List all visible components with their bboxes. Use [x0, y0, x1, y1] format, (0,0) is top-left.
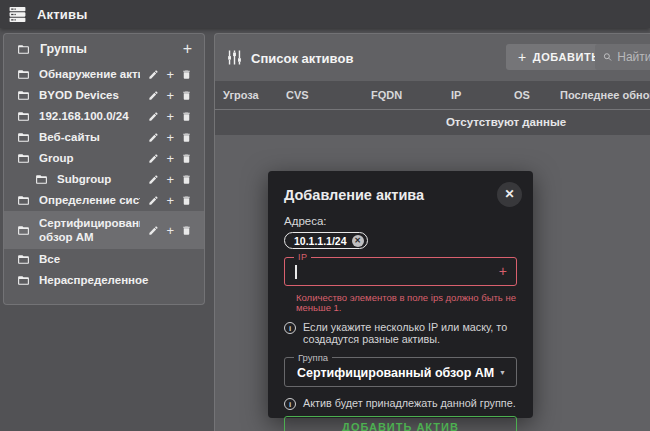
sidebar-item-label: BYOD Devices [39, 88, 140, 102]
add-subgroup-icon[interactable]: + [166, 68, 174, 81]
delete-icon[interactable] [181, 69, 192, 80]
sidebar-item-label: Определение систем [39, 193, 140, 207]
page-title: Активы [37, 7, 88, 22]
sidebar-item-group[interactable]: Group + [4, 148, 204, 169]
delete-icon[interactable] [181, 153, 192, 164]
add-asset-button-label: ДОБАВИТЬ [533, 51, 600, 63]
item-actions: + [148, 131, 192, 144]
item-actions: + [148, 89, 192, 102]
column-cvs[interactable]: CVS [286, 89, 371, 101]
filters-icon [226, 49, 243, 66]
ip-hint: i Если укажите несколько IP или маску, т… [284, 321, 517, 345]
add-subgroup-icon[interactable]: + [166, 173, 174, 186]
addresses-label: Адреса: [284, 215, 517, 228]
info-icon: i [284, 322, 296, 334]
sidebar-item-subnet[interactable]: 192.168.100.0/24 + [4, 106, 204, 127]
assets-app-icon [8, 5, 27, 24]
sidebar-item-label: Сертифицированный обзор АМ [39, 216, 140, 245]
groups-title: Группы [40, 42, 174, 56]
delete-icon[interactable] [181, 90, 192, 101]
close-icon[interactable]: ✕ [497, 182, 522, 207]
delete-icon[interactable] [181, 174, 192, 185]
empty-state-text: Отсутствуют данные [215, 110, 650, 135]
search-input[interactable] [617, 50, 650, 64]
edit-icon[interactable] [148, 90, 159, 101]
topbar: Активы [0, 0, 650, 28]
chip-remove-icon[interactable]: ✕ [352, 235, 364, 247]
table-header-row: Угроза CVS FQDN IP OS Последнее обновлен… [215, 81, 650, 110]
group-hint-text: Актив будет принадлежать данной группе. [303, 397, 516, 409]
folder-open-icon [16, 152, 31, 165]
assets-header: Список активов + ДОБАВИТЬ [215, 34, 650, 81]
item-actions: + [148, 68, 192, 81]
add-subgroup-icon[interactable]: + [166, 110, 174, 123]
sidebar-item-system-detection[interactable]: Определение систем + [4, 190, 204, 211]
delete-icon[interactable] [181, 111, 192, 122]
sidebar-item-websites[interactable]: Веб-сайты + [4, 127, 204, 148]
sidebar-item-subgroup[interactable]: Subgroup + [4, 169, 204, 190]
assets-table: Угроза CVS FQDN IP OS Последнее обновлен… [215, 81, 650, 135]
folder-open-icon [34, 173, 49, 186]
item-actions: + [148, 173, 192, 186]
modal-title: Добавление актива [284, 186, 517, 204]
item-actions: + [148, 194, 192, 207]
column-ip[interactable]: IP [451, 89, 514, 101]
group-hint: i Актив будет принадлежать данной группе… [284, 397, 517, 410]
sidebar-item-label: Group [39, 151, 140, 165]
sidebar-item-discovery[interactable]: Обнаружение активов + [4, 64, 204, 85]
delete-icon[interactable] [181, 195, 192, 206]
ip-input[interactable]: IP + [284, 257, 517, 286]
search-box[interactable] [595, 44, 650, 70]
plus-icon: + [518, 49, 527, 65]
column-fqdn[interactable]: FQDN [371, 89, 451, 101]
groups-header: Группы + [4, 34, 204, 64]
item-actions: + [148, 224, 192, 237]
ip-field-label: IP [294, 252, 311, 263]
folder-open-icon [16, 131, 31, 144]
submit-add-asset-button[interactable]: ДОБАВИТЬ АКТИВ [284, 416, 517, 431]
edit-icon[interactable] [148, 174, 159, 185]
edit-icon[interactable] [148, 153, 159, 164]
sidebar-item-unassigned[interactable]: Нераспределенное [4, 270, 204, 291]
add-subgroup-icon[interactable]: + [166, 224, 174, 237]
delete-icon[interactable] [181, 132, 192, 143]
add-subgroup-icon[interactable]: + [166, 89, 174, 102]
folder-open-icon [16, 89, 31, 102]
edit-icon[interactable] [148, 69, 159, 80]
column-threat[interactable]: Угроза [223, 89, 286, 101]
assets-list-title: Список активов [251, 51, 353, 66]
add-ip-icon[interactable]: + [499, 263, 507, 279]
item-actions: + [148, 110, 192, 123]
sidebar-item-label: Subgroup [57, 172, 140, 186]
edit-icon[interactable] [148, 225, 159, 236]
folder-open-icon [16, 194, 31, 207]
edit-icon[interactable] [148, 132, 159, 143]
folder-icon [16, 43, 31, 56]
sidebar-item-label: Веб-сайты [39, 130, 140, 144]
folder-open-icon [16, 274, 31, 287]
edit-icon[interactable] [148, 195, 159, 206]
groups-panel: Группы + Обнаружение активов + BYOD Devi… [3, 33, 205, 305]
item-actions: + [148, 152, 192, 165]
sidebar-item-all[interactable]: Все [4, 249, 204, 270]
folder-open-icon [16, 68, 31, 81]
sidebar-item-certified-review[interactable]: Сертифицированный обзор АМ + [4, 211, 204, 249]
column-os[interactable]: OS [514, 89, 560, 101]
folder-open-icon [16, 224, 31, 237]
folder-open-icon [16, 253, 31, 266]
add-group-button[interactable]: + [183, 41, 192, 57]
group-select-value: Сертифицированный обзор АМ [297, 366, 494, 380]
add-subgroup-icon[interactable]: + [166, 194, 174, 207]
edit-icon[interactable] [148, 111, 159, 122]
sidebar-item-label: Все [39, 252, 192, 266]
address-chip[interactable]: 10.1.1.1/24 ✕ [284, 232, 368, 249]
column-last-update[interactable]: Последнее обновление [560, 89, 650, 101]
group-select-label: Группа [294, 352, 332, 363]
address-chip-value: 10.1.1.1/24 [294, 235, 347, 247]
sidebar-item-byod[interactable]: BYOD Devices + [4, 85, 204, 106]
info-icon: i [284, 398, 296, 410]
add-subgroup-icon[interactable]: + [166, 152, 174, 165]
add-subgroup-icon[interactable]: + [166, 131, 174, 144]
delete-icon[interactable] [181, 225, 192, 236]
group-select[interactable]: Группа Сертифицированный обзор АМ ▼ [284, 357, 517, 387]
